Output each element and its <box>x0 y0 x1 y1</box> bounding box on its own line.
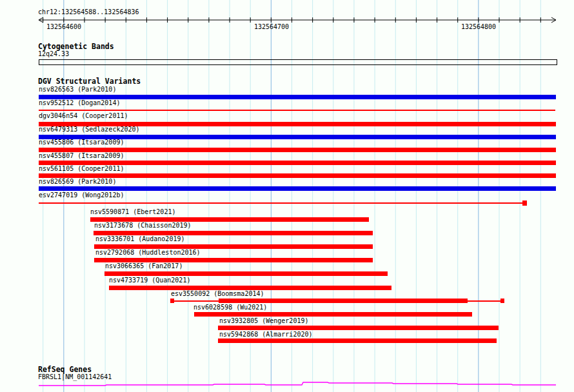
cytoband-box[interactable] <box>39 60 557 65</box>
variant-label: nsv3066365 (Fan2017) <box>105 262 183 270</box>
variant-bar-thin[interactable] <box>174 300 219 302</box>
variant-bar-thick[interactable] <box>104 271 388 276</box>
variant-bar-thick[interactable] <box>109 286 391 290</box>
variant-label: nsv2792068 (Huddleston2016) <box>95 249 201 257</box>
variant-bar-thick[interactable] <box>94 258 373 262</box>
variant-bar-thick[interactable] <box>39 161 556 165</box>
variant-label: nsv3173678 (Chaisson2019) <box>94 222 192 230</box>
region-title: chr12:132564588..132564836 <box>38 8 139 16</box>
ruler-coordinate-label: 132564800 <box>461 23 496 31</box>
variant-bar-cap[interactable] <box>500 299 504 303</box>
ruler-coordinate-label: 132564600 <box>46 23 81 31</box>
variant-bar-thick[interactable] <box>39 148 556 152</box>
variant-label: nsv561105 (Cooper2011) <box>39 165 124 173</box>
variant-label: esv3550092 (Boomsma2014) <box>171 290 264 298</box>
variant-bar-thick[interactable] <box>94 231 373 235</box>
variant-label: nsv3932805 (Wenger2019) <box>219 317 308 325</box>
variant-bar-thick[interactable] <box>90 217 369 222</box>
cytoband-label: 12q24.33 <box>38 50 69 58</box>
variant-label: nsv6479313 (Sedlazeck2020) <box>39 126 140 133</box>
variant-bar-thin[interactable] <box>468 300 500 302</box>
genome-browser-panel: chr12:132564588..132564836 1325646001325… <box>0 0 574 392</box>
variant-label: nsv826569 (Park2010) <box>39 178 116 186</box>
refseq-gene-label: FBRSL1|NM_001142641 <box>38 373 112 381</box>
variant-label: nsv826563 (Park2010) <box>39 86 116 93</box>
ruler-coordinate-label: 132564700 <box>254 23 289 31</box>
variant-label: nsv4733719 (Quan2021) <box>109 277 190 284</box>
variant-bar-thick[interactable] <box>218 338 497 343</box>
variant-label: nsv952512 (Dogan2014) <box>39 99 120 107</box>
variant-label: nsv5590871 (Ebert2021) <box>90 208 175 216</box>
variant-bar-thin[interactable] <box>39 110 555 111</box>
variant-bar-thick[interactable] <box>194 312 472 317</box>
variant-bar-thin[interactable] <box>39 202 522 204</box>
variant-bar-cap[interactable] <box>522 201 527 206</box>
variant-label: nsv3336701 (Audano2019) <box>95 235 184 243</box>
variant-bar-thick[interactable] <box>39 173 556 178</box>
variant-label: esv2747019 (Wong2012b) <box>39 191 124 199</box>
dgv-header: DGV Structural Variants <box>38 77 141 86</box>
variant-bar-thick[interactable] <box>218 326 499 330</box>
variant-label: nsv455806 (Itsara2009) <box>39 139 124 146</box>
variant-bar-thick[interactable] <box>94 244 373 249</box>
variant-label: nsv455807 (Itsara2009) <box>39 152 124 160</box>
variant-label: dgv3046n54 (Cooper2011) <box>39 112 128 120</box>
variant-bar-thick[interactable] <box>39 186 556 191</box>
variant-bar-thick[interactable] <box>39 95 556 99</box>
variant-label: nsv6028598 (Wu2021) <box>193 304 267 311</box>
ruler[interactable] <box>39 17 556 23</box>
variant-label: nsv5942868 (Almarri2020) <box>219 331 313 338</box>
variant-bar-thick[interactable] <box>219 299 468 303</box>
